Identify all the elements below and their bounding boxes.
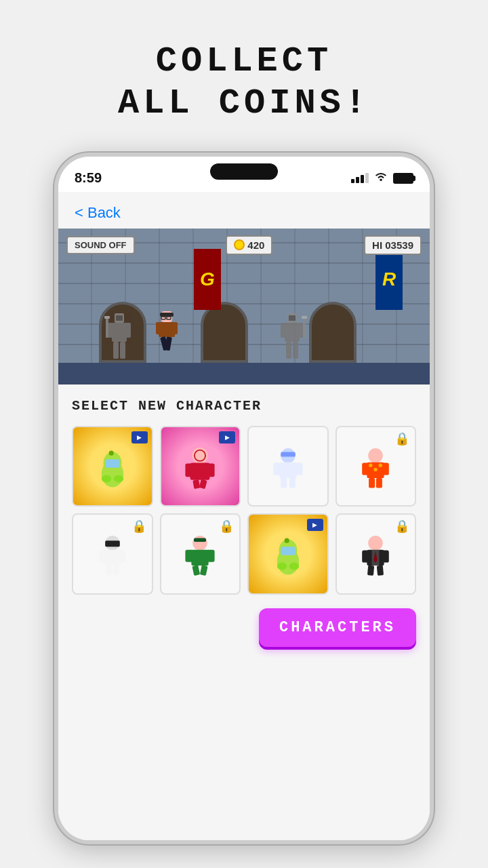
svg-rect-15 (156, 322, 163, 334)
svg-rect-67 (206, 550, 215, 562)
svg-rect-60 (99, 551, 106, 563)
status-time: 8:59 (75, 170, 102, 186)
svg-rect-79 (362, 551, 370, 563)
svg-rect-52 (369, 478, 375, 488)
svg-rect-80 (381, 551, 389, 563)
banner-g-letter: G (200, 269, 215, 290)
app-title: COLLECT ALL COINS! (118, 41, 370, 125)
char-card-3[interactable] (247, 426, 329, 507)
char-card-6[interactable]: 🔒 (160, 513, 241, 595)
svg-rect-37 (206, 463, 215, 477)
svg-rect-62 (105, 566, 113, 576)
svg-rect-9 (104, 316, 110, 319)
lock-icon-6: 🔒 (219, 519, 234, 534)
char-card-2[interactable] (160, 426, 241, 507)
hi-score: HI 03539 (364, 235, 422, 255)
svg-point-31 (102, 475, 111, 482)
lock-icon-8: 🔒 (394, 519, 409, 534)
char-card-1[interactable] (72, 426, 153, 507)
svg-rect-26 (303, 317, 306, 338)
characters-btn-container: CHARACTERS (72, 606, 416, 652)
svg-rect-65 (192, 550, 209, 566)
svg-rect-23 (297, 323, 304, 338)
char-sprite-7 (264, 530, 312, 578)
select-section: SELECT NEW CHARACTER (58, 384, 430, 840)
select-title: SELECT NEW CHARACTER (72, 398, 416, 414)
char-card-7[interactable] (247, 513, 329, 595)
svg-rect-22 (281, 323, 287, 338)
game-floor (58, 363, 430, 384)
game-area: G R SOUND OFF 420 HI 03539 (58, 229, 430, 384)
character-grid: 🔒 (72, 426, 416, 595)
svg-point-54 (369, 463, 372, 467)
wifi-icon (374, 172, 388, 185)
svg-rect-25 (293, 342, 298, 359)
svg-rect-40 (199, 479, 207, 489)
svg-rect-6 (113, 342, 119, 359)
svg-point-64 (192, 536, 207, 551)
coin-icon (234, 239, 245, 250)
side-button-left (54, 292, 57, 326)
svg-rect-4 (108, 323, 115, 338)
characters-button[interactable]: CHARACTERS (259, 608, 416, 647)
char-card-4[interactable]: 🔒 (336, 426, 417, 507)
svg-rect-47 (281, 452, 296, 456)
svg-rect-73 (281, 547, 296, 555)
svg-rect-46 (289, 478, 296, 488)
char-card-5[interactable]: 🔒 (72, 513, 153, 595)
svg-point-48 (368, 448, 383, 463)
guard-right (275, 312, 309, 363)
char-sprite-8 (351, 530, 400, 578)
svg-point-33 (108, 450, 113, 455)
svg-rect-82 (377, 566, 384, 576)
svg-rect-45 (281, 478, 287, 488)
sound-button[interactable]: SOUND OFF (66, 236, 135, 254)
screen: < Back G R SOUND OFF 420 (58, 192, 430, 840)
svg-point-77 (368, 536, 383, 551)
back-nav: < Back (58, 192, 430, 229)
svg-rect-81 (367, 566, 374, 576)
svg-rect-11 (160, 313, 174, 317)
svg-rect-53 (376, 478, 382, 488)
char-sprite-1 (88, 442, 137, 491)
tv-icon-2 (219, 431, 235, 443)
svg-rect-30 (105, 459, 120, 468)
svg-rect-5 (124, 323, 131, 338)
svg-point-74 (277, 563, 287, 570)
svg-rect-68 (192, 565, 201, 576)
svg-rect-8 (106, 317, 108, 338)
svg-rect-51 (381, 462, 389, 475)
coin-counter: 420 (226, 235, 272, 255)
char-sprite-3 (264, 442, 312, 491)
signal-icon (351, 173, 369, 183)
svg-rect-2 (116, 315, 123, 321)
svg-rect-70 (194, 538, 206, 542)
svg-point-56 (374, 467, 378, 471)
player-character (146, 309, 187, 363)
svg-point-55 (379, 463, 382, 467)
svg-rect-43 (273, 462, 282, 475)
svg-rect-39 (193, 479, 201, 489)
lock-icon-4: 🔒 (394, 431, 409, 446)
char-sprite-2 (176, 442, 224, 491)
char-sprite-5 (88, 530, 137, 578)
camera-notch (210, 163, 278, 180)
svg-rect-50 (362, 462, 370, 475)
phone-frame: 8:59 < Back (54, 153, 434, 844)
banner-r-letter: R (382, 269, 396, 290)
back-button[interactable]: < Back (75, 204, 121, 222)
svg-point-75 (289, 563, 299, 570)
game-hud: SOUND OFF 420 HI 03539 (58, 235, 430, 255)
svg-rect-42 (279, 462, 296, 477)
char-card-8[interactable]: 🔒 (336, 513, 417, 595)
svg-rect-66 (186, 550, 195, 562)
battery-icon (393, 173, 413, 184)
arch-2 (201, 302, 248, 363)
svg-rect-61 (119, 551, 126, 563)
tv-icon-1 (131, 431, 148, 443)
svg-rect-44 (294, 462, 303, 475)
banner-r: R (375, 249, 403, 310)
guard-left (102, 312, 136, 363)
char-sprite-4 (351, 442, 400, 491)
tv-icon-7 (307, 519, 323, 531)
